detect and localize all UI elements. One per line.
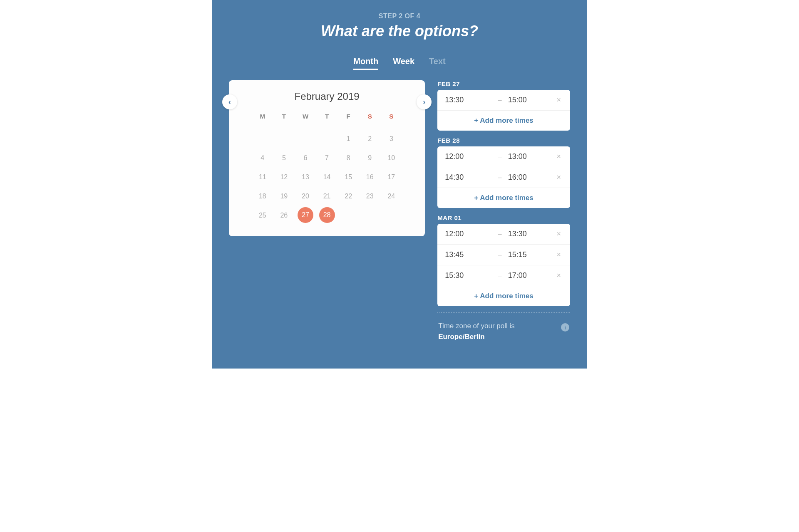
calendar-day — [273, 131, 295, 147]
calendar-day[interactable]: 9 — [359, 150, 381, 166]
slot-end-time[interactable]: 16:00 — [508, 173, 555, 182]
remove-slot-button[interactable]: × — [555, 96, 563, 104]
calendar-day[interactable]: 23 — [359, 188, 381, 205]
calendar-day — [359, 207, 381, 224]
slot-dash: – — [498, 174, 502, 181]
slot-dash: – — [498, 153, 502, 161]
calendar-day[interactable]: 2 — [359, 131, 381, 147]
calendar-day[interactable]: 6 — [295, 150, 316, 166]
calendar-day[interactable]: 7 — [316, 150, 338, 166]
calendar-day — [252, 131, 273, 147]
poll-options-step: STEP 2 OF 4 What are the options? Month … — [212, 0, 587, 369]
slot-start-time[interactable]: 13:45 — [445, 250, 492, 259]
calendar-day[interactable]: 17 — [381, 169, 402, 186]
calendar-day-selected[interactable]: 28 — [319, 207, 335, 223]
date-label: MAR 01 — [437, 214, 570, 221]
time-slot-row: 13:30–15:00× — [437, 90, 570, 111]
slot-end-time[interactable]: 13:30 — [508, 230, 555, 238]
slot-start-time[interactable]: 15:30 — [445, 271, 492, 280]
calendar-day[interactable]: 3 — [381, 131, 402, 147]
calendar-day[interactable]: 15 — [337, 169, 359, 186]
date-label: FEB 28 — [437, 137, 570, 144]
calendar-day[interactable]: 11 — [252, 169, 273, 186]
content-row: ‹ › February 2019 MTWTFSS123456789101112… — [229, 80, 570, 344]
calendar-dow: M — [252, 113, 273, 128]
calendar-day[interactable]: 14 — [316, 169, 338, 186]
timezone-value: Europe/Berlin — [438, 333, 484, 341]
calendar-day[interactable]: 18 — [252, 188, 273, 205]
date-group: FEB 2812:00–13:00×14:30–16:00×+ Add more… — [437, 137, 570, 208]
time-slot-row: 15:30–17:00× — [437, 265, 570, 286]
calendar-dow: T — [273, 113, 295, 128]
slot-end-time[interactable]: 15:00 — [508, 96, 555, 104]
slot-end-time[interactable]: 15:15 — [508, 250, 555, 259]
calendar-day — [295, 131, 316, 147]
slot-end-time[interactable]: 17:00 — [508, 271, 555, 280]
add-more-times-button[interactable]: + Add more times — [437, 286, 570, 306]
timezone-text: Time zone of your poll is Europe/Berlin — [438, 321, 515, 342]
slot-start-time[interactable]: 12:00 — [445, 152, 492, 161]
calendar-day — [337, 207, 359, 224]
calendar-day[interactable]: 1 — [337, 131, 359, 147]
remove-slot-button[interactable]: × — [555, 230, 563, 238]
calendar-dow: T — [316, 113, 338, 128]
tab-text[interactable]: Text — [429, 57, 446, 70]
slot-dash: – — [498, 97, 502, 104]
slot-start-time[interactable]: 13:30 — [445, 96, 492, 104]
calendar-dow: W — [295, 113, 316, 128]
slot-card: 12:00–13:30×13:45–15:15×15:30–17:00×+ Ad… — [437, 224, 570, 306]
chevron-left-icon: ‹ — [228, 98, 231, 106]
calendar-day[interactable]: 22 — [337, 188, 359, 205]
timezone-prefix: Time zone of your poll is — [438, 322, 515, 330]
calendar-wrap: ‹ › February 2019 MTWTFSS123456789101112… — [229, 80, 425, 236]
remove-slot-button[interactable]: × — [555, 250, 563, 259]
slot-dash: – — [498, 251, 502, 259]
slot-start-time[interactable]: 14:30 — [445, 173, 492, 182]
add-more-times-button[interactable]: + Add more times — [437, 111, 570, 131]
remove-slot-button[interactable]: × — [555, 152, 563, 161]
time-slot-row: 12:00–13:30× — [437, 224, 570, 245]
slot-card: 13:30–15:00×+ Add more times — [437, 90, 570, 131]
remove-slot-button[interactable]: × — [555, 271, 563, 280]
slots-container: FEB 2713:30–15:00×+ Add more timesFEB 28… — [437, 80, 570, 306]
time-slot-row: 12:00–13:00× — [437, 146, 570, 167]
calendar-month-title: February 2019 — [252, 91, 402, 102]
slot-end-time[interactable]: 13:00 — [508, 152, 555, 161]
add-more-times-button[interactable]: + Add more times — [437, 188, 570, 208]
calendar-day[interactable]: 20 — [295, 188, 316, 205]
time-slot-row: 13:45–15:15× — [437, 245, 570, 265]
calendar-day[interactable]: 24 — [381, 188, 402, 205]
calendar-day[interactable]: 5 — [273, 150, 295, 166]
view-tabs: Month Week Text — [229, 57, 570, 70]
calendar-day[interactable]: 16 — [359, 169, 381, 186]
remove-slot-button[interactable]: × — [555, 173, 563, 182]
calendar-day[interactable]: 21 — [316, 188, 338, 205]
timezone-box: Time zone of your poll is Europe/Berlin … — [437, 312, 570, 344]
slot-card: 12:00–13:00×14:30–16:00×+ Add more times — [437, 146, 570, 208]
calendar-prev-button[interactable]: ‹ — [222, 94, 237, 109]
page-title: What are the options? — [229, 22, 570, 40]
tab-month[interactable]: Month — [353, 57, 378, 70]
date-group: FEB 2713:30–15:00×+ Add more times — [437, 80, 570, 131]
calendar-day[interactable]: 10 — [381, 150, 402, 166]
date-group: MAR 0112:00–13:30×13:45–15:15×15:30–17:0… — [437, 214, 570, 306]
calendar-day[interactable]: 19 — [273, 188, 295, 205]
calendar-day[interactable]: 13 — [295, 169, 316, 186]
calendar-day[interactable]: 8 — [337, 150, 359, 166]
date-label: FEB 27 — [437, 80, 570, 87]
calendar-day-selected[interactable]: 27 — [298, 207, 313, 223]
calendar-day[interactable]: 12 — [273, 169, 295, 186]
calendar-day — [316, 131, 338, 147]
calendar-day[interactable]: 25 — [252, 207, 273, 224]
step-indicator: STEP 2 OF 4 — [229, 12, 570, 20]
calendar-day[interactable]: 26 — [273, 207, 295, 224]
calendar-dow: F — [337, 113, 359, 128]
calendar-dow: S — [381, 113, 402, 128]
calendar-day[interactable]: 4 — [252, 150, 273, 166]
calendar-grid: MTWTFSS123456789101112131415161718192021… — [252, 113, 402, 224]
slot-start-time[interactable]: 12:00 — [445, 230, 492, 238]
info-icon[interactable]: i — [561, 323, 569, 332]
tab-week[interactable]: Week — [393, 57, 414, 70]
calendar-next-button[interactable]: › — [417, 94, 432, 109]
chevron-right-icon: › — [423, 98, 425, 106]
